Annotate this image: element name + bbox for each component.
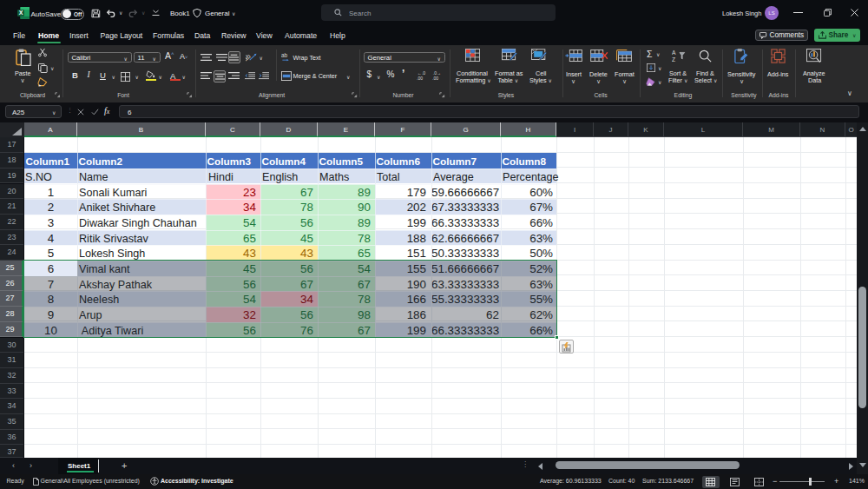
svg-text:ab: ab	[246, 52, 252, 62]
svg-text:.00: .00	[432, 76, 438, 80]
svg-text:.00: .00	[417, 76, 423, 80]
svg-text:X: X	[19, 10, 23, 16]
svg-text:Z: Z	[672, 56, 675, 63]
svg-text:ab: ab	[281, 52, 288, 58]
svg-text:A: A	[672, 50, 676, 56]
